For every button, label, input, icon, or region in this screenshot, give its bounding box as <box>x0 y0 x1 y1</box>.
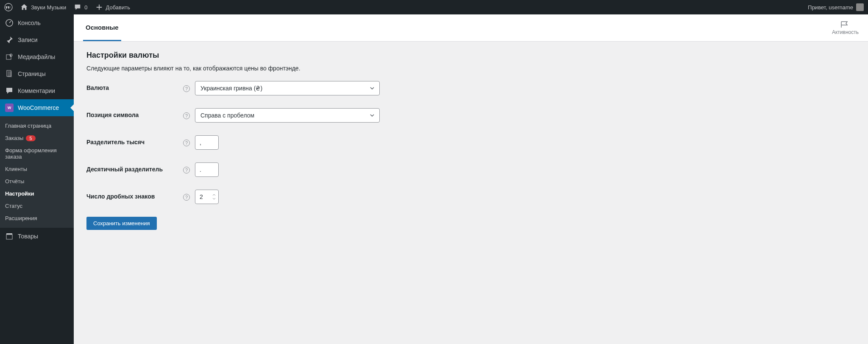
sidebar-item-pages[interactable]: Страницы <box>0 65 74 82</box>
svg-rect-7 <box>6 233 12 235</box>
admin-sidebar: Консоль Записи Медиафайлы Страницы Комме… <box>0 14 74 344</box>
sidebar-item-label: Комментарии <box>18 87 55 94</box>
save-button[interactable]: Сохранить изменения <box>86 217 157 230</box>
spin-up-button[interactable] <box>211 193 217 197</box>
comments-count: 0 <box>84 4 87 11</box>
wordpress-icon <box>4 3 13 11</box>
product-icon <box>5 232 14 241</box>
submenu-item-extensions[interactable]: Расширения <box>0 212 74 224</box>
submenu-item-checkout[interactable]: Форма оформления заказа <box>0 144 74 163</box>
home-icon <box>20 3 28 11</box>
label-decimal-sep: Десятичный разделитель <box>86 162 183 173</box>
decimals-value: 2 <box>200 193 203 200</box>
tab-general[interactable]: Основные <box>83 14 121 41</box>
label-thousand-sep: Разделитель тысяч <box>86 135 183 145</box>
sidebar-item-comments[interactable]: Комментарии <box>0 82 74 99</box>
section-title: Настройки валюты <box>86 51 855 60</box>
dashboard-icon <box>5 19 14 27</box>
sidebar-item-label: Консоль <box>18 20 41 26</box>
plus-icon <box>95 3 103 11</box>
sidebar-item-dashboard[interactable]: Консоль <box>0 14 74 31</box>
spin-down-button[interactable] <box>211 197 217 201</box>
sidebar-item-label: Медиафайлы <box>18 53 55 60</box>
submenu-item-reports[interactable]: Отчёты <box>0 175 74 187</box>
submenu-item-customers[interactable]: Клиенты <box>0 163 74 175</box>
label-decimals: Число дробных знаков <box>86 190 183 200</box>
section-description: Следующие параметры влияют на то, как от… <box>86 65 855 72</box>
site-name: Звуки Музыки <box>31 4 66 11</box>
site-name-link[interactable]: Звуки Музыки <box>20 3 66 11</box>
chevron-down-icon <box>369 85 375 91</box>
help-icon[interactable]: ? <box>183 167 190 173</box>
help-icon[interactable]: ? <box>183 194 190 201</box>
avatar <box>856 3 864 11</box>
svg-rect-6 <box>6 235 12 239</box>
submenu-item-settings[interactable]: Настройки <box>0 187 74 200</box>
page-header: Основные Активность <box>74 14 868 42</box>
sidebar-item-products[interactable]: Товары <box>0 228 74 245</box>
decimal-sep-input[interactable] <box>195 162 219 177</box>
comments-link[interactable]: 0 <box>74 3 87 11</box>
wp-logo[interactable] <box>4 3 13 11</box>
chevron-down-icon <box>212 198 216 200</box>
sidebar-item-label: Записи <box>18 36 37 43</box>
sidebar-item-label: Товары <box>18 233 38 240</box>
page-icon <box>5 70 14 78</box>
media-icon <box>5 53 14 61</box>
submenu-item-orders[interactable]: Заказы5 <box>0 132 74 144</box>
sidebar-item-label: Страницы <box>18 70 46 77</box>
orders-badge: 5 <box>26 135 35 141</box>
woocommerce-icon: W <box>5 103 14 112</box>
chevron-down-icon <box>369 112 375 118</box>
add-new-label: Добавить <box>106 4 130 11</box>
activity-label: Активность <box>832 29 859 35</box>
sidebar-item-media[interactable]: Медиафайлы <box>0 48 74 65</box>
svg-rect-5 <box>8 71 12 77</box>
comment-icon <box>5 87 14 95</box>
sidebar-item-label: WooCommerce <box>18 104 59 111</box>
help-icon[interactable]: ? <box>183 112 190 119</box>
flag-icon <box>840 21 850 28</box>
submenu-item-home[interactable]: Главная страница <box>0 120 74 132</box>
user-greeting[interactable]: Привет, username <box>808 3 864 11</box>
woocommerce-submenu: Главная страница Заказы5 Форма оформлени… <box>0 116 74 228</box>
add-new-link[interactable]: Добавить <box>95 3 130 11</box>
currency-value: Украинская гривна (₴) <box>200 85 262 92</box>
greeting-text: Привет, username <box>808 4 853 11</box>
comment-icon <box>74 3 81 11</box>
label-symbol-position: Позиция символа <box>86 108 183 118</box>
symbol-position-select[interactable]: Справа с пробелом <box>195 108 380 123</box>
thousand-sep-input[interactable] <box>195 135 219 150</box>
sidebar-item-posts[interactable]: Записи <box>0 31 74 48</box>
activity-button[interactable]: Активность <box>832 14 859 41</box>
chevron-up-icon <box>212 194 216 196</box>
pin-icon <box>5 36 14 44</box>
symbol-position-value: Справа с пробелом <box>200 112 254 119</box>
label-currency: Валюта <box>86 81 183 91</box>
help-icon[interactable]: ? <box>183 85 190 92</box>
help-icon[interactable]: ? <box>183 140 190 146</box>
decimals-input[interactable]: 2 <box>195 190 219 204</box>
sidebar-item-woocommerce[interactable]: W WooCommerce <box>0 99 74 116</box>
submenu-item-status[interactable]: Статус <box>0 200 74 212</box>
currency-select[interactable]: Украинская гривна (₴) <box>195 81 380 95</box>
